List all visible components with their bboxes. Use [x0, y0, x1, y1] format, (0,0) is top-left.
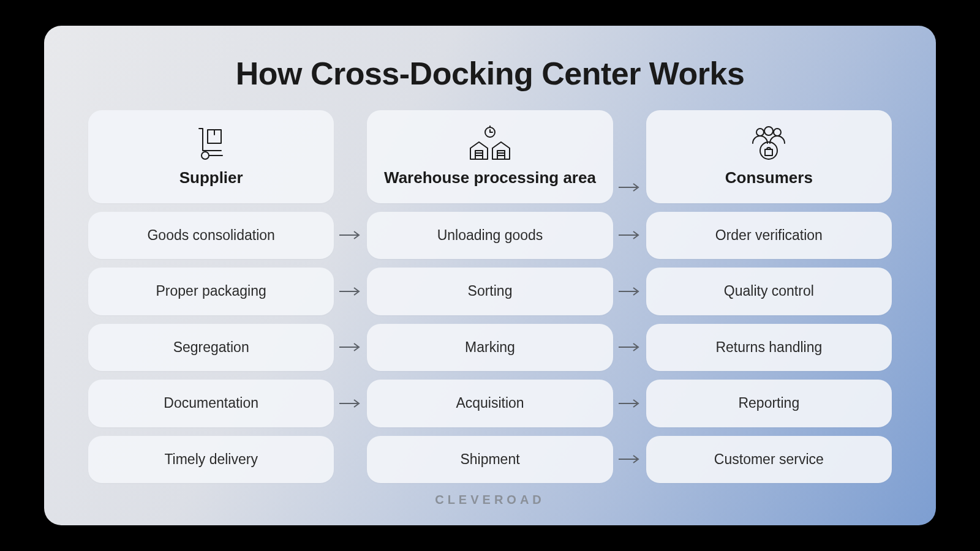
- arrow-icon: [334, 324, 367, 372]
- step-card: Documentation: [88, 380, 334, 427]
- step-card: Order verification: [646, 212, 892, 260]
- warehouse-icon: [466, 126, 514, 163]
- arrow-icon: [613, 110, 646, 203]
- svg-point-14: [756, 129, 764, 136]
- consumers-icon: [747, 126, 791, 163]
- diagram-canvas: How Cross-Docking Center Works Supplier: [44, 26, 936, 525]
- brand-footer: CLEVEROAD: [88, 493, 892, 507]
- step-label: Customer service: [714, 451, 824, 468]
- step-label: Shipment: [460, 451, 519, 468]
- svg-point-2: [202, 152, 209, 159]
- step-label: Segregation: [173, 339, 249, 356]
- step-card: Sorting: [367, 268, 612, 315]
- arrow-icon: [613, 380, 646, 427]
- step-card: Segregation: [88, 324, 334, 372]
- step-card: Acquisition: [367, 380, 612, 427]
- header-label: Supplier: [179, 168, 243, 187]
- step-card: Unloading goods: [367, 212, 612, 260]
- header-label: Consumers: [725, 168, 813, 187]
- step-card: Customer service: [646, 436, 892, 484]
- diagram-title: How Cross-Docking Center Works: [88, 55, 892, 92]
- step-label: Acquisition: [456, 395, 524, 411]
- step-label: Unloading goods: [437, 227, 543, 244]
- step-card: Goods consolidation: [88, 212, 334, 260]
- svg-point-17: [760, 142, 777, 159]
- hand-truck-icon: [192, 126, 231, 163]
- step-label: Quality control: [724, 283, 814, 299]
- arrow-icon: [613, 268, 646, 315]
- step-label: Order verification: [715, 227, 823, 244]
- step-label: Timely delivery: [164, 451, 258, 468]
- step-label: Documentation: [164, 395, 258, 411]
- step-card: Timely delivery: [88, 436, 334, 484]
- step-label: Sorting: [468, 283, 513, 299]
- arrow-icon: [613, 436, 646, 484]
- step-card: Marking: [367, 324, 612, 372]
- header-warehouse: Warehouse processing area: [367, 110, 612, 203]
- step-card: Reporting: [646, 380, 892, 427]
- step-label: Goods consolidation: [147, 227, 274, 244]
- step-card: Proper packaging: [88, 268, 334, 315]
- arrow-icon: [613, 324, 646, 372]
- diagram-grid: Supplier Warehouse: [88, 110, 892, 483]
- arrow-icon: [613, 212, 646, 260]
- svg-point-16: [764, 127, 773, 135]
- step-card: Shipment: [367, 436, 612, 484]
- step-card: Quality control: [646, 268, 892, 315]
- arrow-icon: [334, 212, 367, 260]
- svg-point-15: [774, 129, 781, 136]
- header-supplier: Supplier: [88, 110, 334, 203]
- header-label: Warehouse processing area: [384, 168, 596, 187]
- step-label: Marking: [465, 339, 515, 356]
- step-card: Returns handling: [646, 324, 892, 372]
- step-label: Returns handling: [715, 339, 822, 356]
- step-label: Proper packaging: [156, 283, 266, 299]
- arrow-icon: [334, 380, 367, 427]
- header-consumers: Consumers: [646, 110, 892, 203]
- arrow-icon: [334, 268, 367, 315]
- step-label: Reporting: [738, 395, 799, 411]
